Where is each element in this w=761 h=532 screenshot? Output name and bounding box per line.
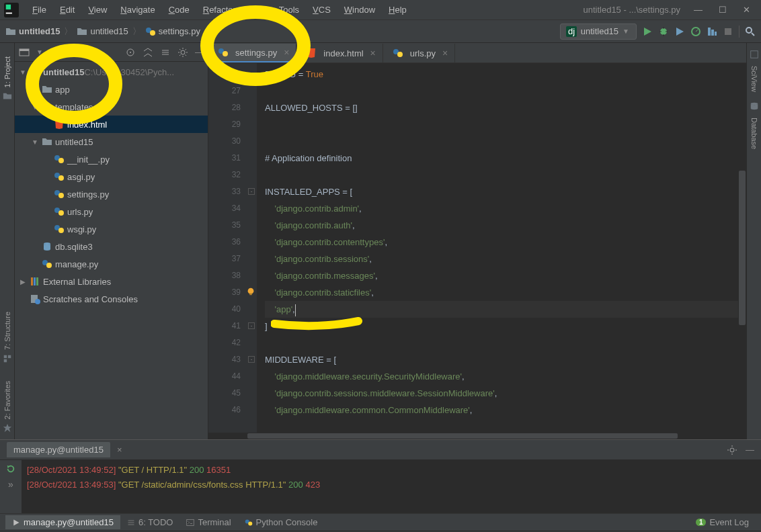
svg-rect-10 xyxy=(711,30,714,36)
menu-file[interactable]: File xyxy=(26,2,53,17)
run-icon[interactable] xyxy=(642,26,653,37)
menu-navigate[interactable]: Navigate xyxy=(114,2,161,17)
horizontal-scrollbar[interactable] xyxy=(208,433,738,439)
svg-point-27 xyxy=(58,193,64,198)
favorites-tool-tab[interactable]: 2: Favorites xyxy=(3,381,11,419)
svg-rect-12 xyxy=(725,28,731,35)
editor-tab[interactable]: urls.py× xyxy=(383,44,455,62)
svg-point-4 xyxy=(150,30,155,36)
editor-tab[interactable]: settings.py× xyxy=(208,44,296,62)
tree-row[interactable]: asgi.py xyxy=(15,168,208,185)
tree-row[interactable]: Scratches and Consoles xyxy=(15,290,208,308)
fold-column[interactable]: --- xyxy=(247,63,257,439)
menu-tools[interactable]: Tools xyxy=(272,2,306,17)
tree-row[interactable]: urls.py xyxy=(15,203,208,220)
menu-vcs[interactable]: VCS xyxy=(306,2,337,17)
menu-help[interactable]: Help xyxy=(382,2,413,17)
breadcrumb-leaf[interactable]: settings.py xyxy=(159,26,200,36)
python-console-tool-button[interactable]: Python Console xyxy=(238,515,325,529)
rerun-icon[interactable] xyxy=(6,464,15,474)
tree-row[interactable]: ▼untitled15 C:\Users\30452\Pych... xyxy=(15,63,208,81)
tree-row[interactable]: ▼untitled15 xyxy=(15,133,208,150)
menu-refactor[interactable]: Refactor xyxy=(196,2,243,17)
run-tab[interactable]: manage.py@untitled15 xyxy=(7,442,110,457)
tree-row[interactable]: settings.py xyxy=(15,185,208,203)
tree-row[interactable]: wsgi.py xyxy=(15,220,208,238)
run-tool-button[interactable]: manage.py@untitled15 xyxy=(5,515,120,529)
svg-rect-1 xyxy=(6,4,11,9)
menu-view[interactable]: View xyxy=(81,2,114,17)
locate-icon[interactable] xyxy=(125,47,136,58)
menu-edit[interactable]: Edit xyxy=(53,2,81,17)
concurrency-icon[interactable] xyxy=(707,26,717,37)
django-icon: dj xyxy=(566,26,577,37)
close-tab-icon[interactable]: × xyxy=(442,48,448,58)
collapse-icon[interactable] xyxy=(160,47,171,58)
tree-row[interactable]: index.html xyxy=(15,116,208,133)
python-file-icon xyxy=(145,26,156,37)
vertical-scrollbar[interactable] xyxy=(738,83,746,439)
tree-row[interactable]: ▼templates xyxy=(15,98,208,116)
tree-row[interactable]: __init__.py xyxy=(15,150,208,168)
hide-panel-icon[interactable]: — xyxy=(195,47,204,57)
breadcrumb-mid[interactable]: untitled15 xyxy=(90,26,128,36)
minimize-icon[interactable]: — xyxy=(694,5,703,15)
tree-row[interactable]: ▶app xyxy=(15,81,208,98)
svg-rect-37 xyxy=(36,277,38,285)
fold-toggle-icon[interactable]: - xyxy=(248,188,255,195)
structure-tool-tab[interactable]: 7: Structure xyxy=(3,312,11,350)
close-tab-icon[interactable]: × xyxy=(117,445,122,455)
project-tree[interactable]: ▼untitled15 C:\Users\30452\Pych...▶app▼t… xyxy=(15,62,208,439)
tree-row[interactable]: ▶External Libraries xyxy=(15,273,208,290)
close-icon[interactable]: ✕ xyxy=(743,5,750,15)
run-tool-header: manage.py@untitled15 × — xyxy=(0,440,761,460)
run-coverage-icon[interactable] xyxy=(674,26,685,37)
terminal-line: [28/Oct/2021 13:49:52] "GET / HTTP/1.1" … xyxy=(27,463,756,478)
debug-icon[interactable] xyxy=(658,26,669,37)
editor-tab[interactable]: index.html× xyxy=(296,44,383,62)
more-icon[interactable]: » xyxy=(8,479,13,490)
gear-icon[interactable] xyxy=(177,47,188,58)
search-icon[interactable] xyxy=(745,26,756,37)
profile-icon[interactable] xyxy=(690,26,701,37)
intention-bulb-icon[interactable] xyxy=(246,287,255,296)
menu-window[interactable]: Window xyxy=(337,2,382,17)
run-output[interactable]: » [28/Oct/2021 13:49:52] "GET / HTTP/1.1… xyxy=(0,460,761,513)
gear-icon[interactable] xyxy=(727,445,737,455)
fold-toggle-icon[interactable]: - xyxy=(248,356,255,363)
python-file-icon xyxy=(54,189,65,200)
scratches-icon xyxy=(30,294,40,304)
todo-tool-button[interactable]: 6: TODO xyxy=(120,515,180,529)
expand-all-icon[interactable] xyxy=(143,47,153,58)
run-configuration-selector[interactable]: dj untitled15 ▼ xyxy=(560,24,637,40)
close-tab-icon[interactable]: × xyxy=(284,47,289,58)
project-chevron-icon[interactable]: ▼ xyxy=(36,48,43,56)
sciview-tool-tab[interactable]: SciView xyxy=(750,66,758,92)
breadcrumb[interactable]: untitled15 〉 untitled15 〉 settings.py xyxy=(5,26,200,38)
hide-panel-icon[interactable]: — xyxy=(746,445,754,455)
breadcrumb-root[interactable]: untitled15 xyxy=(19,26,60,36)
maximize-icon[interactable]: ☐ xyxy=(719,5,727,15)
database-tool-tab[interactable]: Database xyxy=(750,118,758,149)
menu-code[interactable]: Code xyxy=(162,2,196,17)
project-tool-tab[interactable]: 1: Project xyxy=(3,56,11,87)
line-number-gutter[interactable]: 2627282930313233343536373839404142434445… xyxy=(208,63,247,439)
tree-row[interactable]: manage.py xyxy=(15,255,208,273)
tree-row[interactable]: db.sqlite3 xyxy=(15,238,208,255)
python-file-icon xyxy=(54,224,65,234)
code-editor[interactable]: 2627282930313233343536373839404142434445… xyxy=(208,63,746,439)
stop-icon[interactable] xyxy=(723,26,733,37)
terminal-icon xyxy=(186,519,194,527)
code-text[interactable]: DEBUG = True ALLOWED_HOSTS = [] # Applic… xyxy=(257,63,746,439)
close-tab-icon[interactable]: × xyxy=(370,48,376,58)
svg-rect-15 xyxy=(7,355,10,357)
fold-toggle-icon[interactable]: - xyxy=(248,322,255,329)
menu-bar: FileEditViewNavigateCodeRefactorRunTools… xyxy=(0,0,761,20)
run-config-label: untitled15 xyxy=(581,26,618,36)
svg-rect-35 xyxy=(31,277,33,285)
project-view-icon[interactable] xyxy=(19,47,30,58)
terminal-tool-button[interactable]: Terminal xyxy=(179,515,237,529)
menu-run[interactable]: Run xyxy=(243,2,272,17)
editor-tabs: settings.py×index.html×urls.py× xyxy=(208,43,746,63)
event-log-button[interactable]: 1 Event Log xyxy=(689,515,756,529)
